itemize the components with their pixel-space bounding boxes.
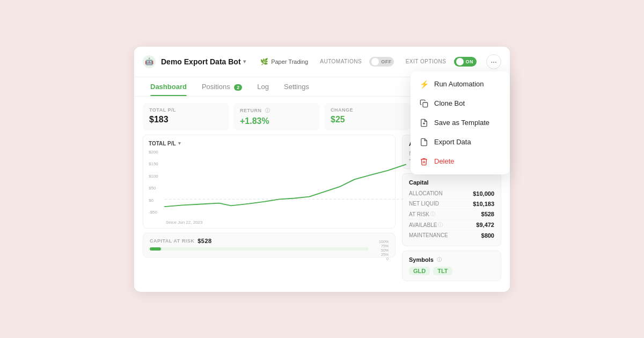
- capital-row-atrisk: AT RISK ⓘ $528: [409, 209, 494, 220]
- chart-dropdown-icon[interactable]: ▾: [178, 141, 181, 146]
- paper-trading-label: 🌿 Paper Trading: [260, 58, 308, 65]
- clone-icon: [419, 99, 429, 108]
- lightning-icon: ⚡: [419, 79, 429, 89]
- capital-row-allocation: ALLOCATION $10,000: [409, 189, 494, 199]
- bot-icon: 🤖: [143, 55, 156, 68]
- svg-rect-1: [423, 102, 428, 107]
- stat-label: RETURN ⓘ: [240, 107, 313, 114]
- symbol-gld[interactable]: GLD: [409, 267, 430, 275]
- stat-value: +1.83%: [240, 116, 313, 126]
- export-icon: [419, 137, 429, 147]
- tab-settings[interactable]: Settings: [276, 77, 317, 96]
- symbols-row: GLD TLT: [409, 267, 494, 275]
- positions-badge: 2: [234, 84, 242, 91]
- menu-run-automation[interactable]: ⚡ Run Automation: [411, 75, 510, 94]
- chart-container: TOTAL P/L ▾ $200 $150 $100 $50 $0 -$50: [143, 135, 396, 229]
- risk-bar-section: CAPITAL AT RISK $528 100% 75% 50% 25% 0: [143, 233, 396, 258]
- exit-options-toggle[interactable]: ON: [454, 57, 477, 67]
- capital-title: Capital: [409, 179, 494, 186]
- symbols-info-icon[interactable]: ⓘ: [437, 256, 442, 263]
- menu-export-data[interactable]: Export Data: [411, 133, 510, 152]
- stat-change: CHANGE $25: [324, 103, 411, 130]
- stat-return: RETURN ⓘ +1.83%: [233, 103, 320, 130]
- stat-value: $183: [149, 115, 223, 124]
- risk-bar-header: CAPITAL AT RISK $528: [150, 238, 389, 244]
- tab-log[interactable]: Log: [250, 77, 276, 96]
- exit-options-label: EXIT OPTIONS: [406, 58, 447, 64]
- at-risk-info-icon[interactable]: ⓘ: [430, 211, 435, 218]
- chart-area: $200 $150 $100 $50 $0 -$50 Since J: [149, 150, 390, 225]
- symbols-panel: Symbols ⓘ GLD TLT: [402, 251, 501, 281]
- trash-icon: [419, 157, 429, 166]
- dropdown-menu: ⚡ Run Automation Clone Bot Save as Templ…: [411, 71, 510, 174]
- risk-bar-labels: 100% 75% 50% 25% 0: [379, 240, 389, 261]
- bot-name: Demo Export Data Bot ▾: [161, 57, 246, 66]
- chart-since-label: Since Jun 22, 2023: [165, 220, 203, 225]
- symbol-tlt[interactable]: TLT: [433, 267, 452, 275]
- tab-dashboard[interactable]: Dashboard: [143, 77, 194, 96]
- ellipsis-icon: ···: [491, 57, 497, 66]
- more-button[interactable]: ···: [486, 54, 501, 69]
- info-icon[interactable]: ⓘ: [265, 107, 270, 114]
- capital-row-available: AVAILABLE ⓘ $9,472: [409, 220, 494, 231]
- template-icon: [419, 118, 429, 128]
- menu-save-template[interactable]: Save as Template: [411, 113, 510, 133]
- chart-section: TOTAL P/L ▾ $200 $150 $100 $50 $0 -$50: [143, 135, 396, 285]
- capital-panel: Capital ALLOCATION $10,000 NET LIQUID $1…: [402, 173, 501, 246]
- automations-toggle[interactable]: OFF: [369, 57, 394, 67]
- menu-clone-bot[interactable]: Clone Bot: [411, 94, 510, 113]
- stat-value: $25: [331, 115, 404, 124]
- automations-label: AUTOMATIONS: [320, 58, 362, 64]
- stat-label: TOTAL P/L: [149, 107, 223, 113]
- risk-bar-outer: [150, 247, 368, 251]
- capital-row-maintenance: MAINTENANCE $800: [409, 231, 494, 240]
- stat-label: CHANGE: [331, 107, 404, 113]
- available-info-icon[interactable]: ⓘ: [438, 222, 443, 229]
- menu-delete[interactable]: Delete: [411, 152, 510, 171]
- line-chart: [165, 150, 406, 214]
- chart-header: TOTAL P/L ▾: [149, 141, 390, 146]
- paper-icon: 🌿: [260, 58, 268, 65]
- chevron-down-icon[interactable]: ▾: [243, 58, 246, 64]
- main-card: 🤖 Demo Export Data Bot ▾ 🌿 Paper Trading…: [134, 47, 510, 292]
- capital-row-netliquid: NET LIQUID $10,183: [409, 199, 494, 209]
- tab-positions[interactable]: Positions 2: [194, 77, 250, 96]
- y-axis-labels: $200 $150 $100 $50 $0 -$50: [149, 150, 165, 215]
- risk-bar-wrapper: 100% 75% 50% 25% 0: [150, 247, 389, 251]
- risk-bar-inner: [150, 247, 161, 251]
- stat-total-pl: TOTAL P/L $183: [143, 103, 229, 130]
